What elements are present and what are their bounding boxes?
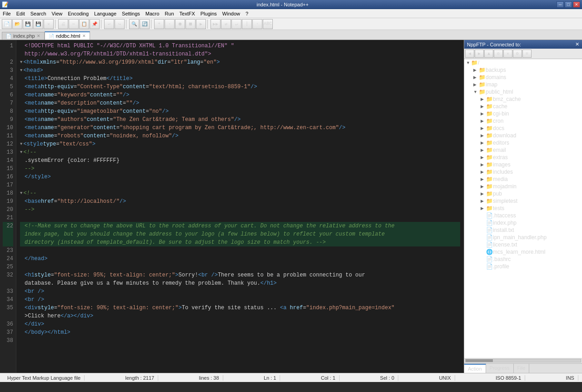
menu-search[interactable]: Search (28, 10, 49, 17)
maximize-button[interactable]: □ (565, 1, 572, 8)
tree-item-media[interactable]: ▶ 📁 media (464, 176, 582, 183)
tree-item-simpletest[interactable]: ▶ 📁 simpletest (464, 197, 582, 205)
tree-item-cron[interactable]: ▶ 📁 cron (464, 117, 582, 125)
tree-label: simpletest (493, 198, 517, 204)
indent-guide-button[interactable]: | (242, 19, 252, 29)
tree-item-download[interactable]: ▶ 📁 download (464, 132, 582, 139)
menu-settings[interactable]: Settings (119, 10, 143, 17)
folder-icon: 📁 (486, 103, 493, 110)
file-tree[interactable]: ▼ 📁 / ▶ 📁 backups ▶ 📁 domains ▶ 📁 imap ▼… (464, 59, 582, 358)
menu-textfx[interactable]: TextFX (177, 10, 198, 17)
file-icon: 📄 (486, 241, 493, 248)
print-button[interactable]: 🖨 (58, 19, 68, 29)
tree-item-install-txt[interactable]: 📄 install.txt (464, 226, 582, 234)
paste-button[interactable]: 📌 (90, 19, 100, 29)
tree-item-license-txt[interactable]: 📄 license.txt (464, 241, 582, 248)
tabbar: 📄 index.php ✕ 📄 nddbc.html ✕ (0, 30, 582, 40)
sidebar-reload-btn[interactable]: ⊙ (494, 50, 503, 58)
sidebar-menu-btn[interactable]: ≡ (522, 50, 532, 58)
editor-content[interactable]: 1234567891011121314151617181920212223242… (0, 40, 464, 373)
sidebar-back-btn[interactable]: ◀ (465, 50, 474, 58)
menu-run[interactable]: Run (162, 10, 176, 17)
spell-button[interactable]: ABC (263, 19, 273, 29)
code-area[interactable]: <!DOCTYPE html PUBLIC "-//W3C//DTD XHTML… (16, 40, 464, 373)
tree-item-includes[interactable]: ▶ 📁 includes (464, 168, 582, 176)
tab-index-php[interactable]: 📄 index.php ✕ (2, 32, 45, 40)
tab-close-php[interactable]: ✕ (37, 34, 40, 38)
close-button2[interactable]: ✕ (44, 19, 54, 29)
run-button[interactable]: ▶▶ (211, 19, 221, 29)
whitespace-button[interactable]: · (252, 19, 262, 29)
tree-item-images[interactable]: ▶ 📁 images (464, 161, 582, 168)
menu-help[interactable]: ? (243, 10, 251, 17)
menu-edit[interactable]: Edit (14, 10, 28, 17)
tree-item-mojadmin[interactable]: ▶ 📁 mojadmin (464, 183, 582, 190)
tree-arrow: ▶ (481, 111, 485, 116)
tree-item-imap[interactable]: ▶ 📁 imap (464, 81, 582, 88)
sidebar-tab-file[interactable]: File (514, 364, 530, 373)
save-button[interactable]: 💾 (23, 19, 33, 29)
tree-item-cache[interactable]: ▶ 📁 cache (464, 103, 582, 110)
length-label: length : 2117 (122, 375, 159, 381)
save-all-button[interactable]: 💾 (33, 19, 43, 29)
sidebar-tab-progress[interactable]: Progress (486, 364, 514, 373)
close-button[interactable]: ✕ (573, 1, 580, 8)
tree-item-bmz-cache[interactable]: ▶ 📁 bmz_cache (464, 95, 582, 103)
menu-language[interactable]: Language (91, 10, 119, 17)
zoom-out-button[interactable]: - (165, 19, 175, 29)
tree-item-domains[interactable]: ▶ 📁 domains (464, 74, 582, 81)
tree-arrow: ▶ (481, 97, 485, 101)
find-replace-button[interactable]: 🔄 (140, 19, 150, 29)
tree-item-index-php[interactable]: 📄 index.php (464, 219, 582, 226)
menu-view[interactable]: View (49, 10, 65, 17)
tree-label: email (493, 147, 506, 153)
undo-button[interactable]: ↩ (104, 19, 114, 29)
tree-item-email[interactable]: ▶ 📁 email (464, 146, 582, 154)
macro-play-button[interactable]: ▶ (196, 19, 206, 29)
tab-close-html[interactable]: ✕ (82, 34, 86, 38)
menu-plugins[interactable]: Plugins (198, 10, 220, 17)
sidebar-horizontal-scrollbar[interactable] (464, 358, 582, 363)
minimize-button[interactable]: ─ (557, 1, 564, 8)
tree-item-ipn-main-handler-php[interactable]: 📄 ipn_main_handler.php (464, 234, 582, 241)
sidebar-disconnect-btn[interactable]: ✕ (503, 50, 512, 58)
tree-label: mcs_learn_more.html (493, 249, 545, 255)
tree-item-tests[interactable]: ▶ 📁 tests (464, 205, 582, 212)
titlebar: 📝 index.html - Notepad++ ─ □ ✕ (0, 0, 582, 9)
tree-item-backups[interactable]: ▶ 📁 backups (464, 66, 582, 74)
cut-button[interactable]: ✂ (69, 19, 79, 29)
tree-root[interactable]: ▼ 📁 / (464, 59, 582, 66)
macro-stop-button[interactable]: ⏹ (186, 19, 196, 29)
scroll-thumb[interactable] (466, 359, 493, 362)
tree-item-mcs-learn-more-html[interactable]: 🌐 mcs_learn_more.html (464, 248, 582, 256)
tab-nddbc-html[interactable]: 📄 nddbc.html ✕ (45, 31, 90, 40)
sidebar-settings-btn[interactable]: ⚙ (513, 50, 522, 58)
menu-file[interactable]: File (0, 10, 14, 17)
tree-item-public-html[interactable]: ▼ 📁 public_html (464, 88, 582, 95)
menu-window[interactable]: Window (220, 10, 243, 17)
wordwrap-button[interactable]: ↵ (231, 19, 241, 29)
find-button[interactable]: 🔍 (129, 19, 139, 29)
tree-item-extras[interactable]: ▶ 📁 extras (464, 154, 582, 161)
open-button[interactable]: 📂 (12, 19, 22, 29)
tree-item-pub[interactable]: ▶ 📁 pub (464, 190, 582, 197)
tree-item--htaccess[interactable]: 📄 .htaccess (464, 212, 582, 219)
tree-item--profile[interactable]: 📄 .profile (464, 263, 582, 270)
sidebar-up-btn[interactable]: ▲ (484, 50, 493, 58)
macro-record-button[interactable]: ⏺ (175, 19, 185, 29)
menu-encoding[interactable]: Encoding (65, 10, 91, 17)
sidebar-close-icon[interactable]: ✕ (575, 41, 579, 47)
sync-button[interactable]: ⇄ (221, 19, 231, 29)
sidebar-tab-action[interactable]: Action (464, 364, 486, 373)
menu-macro[interactable]: Macro (143, 10, 162, 17)
redo-button[interactable]: ↪ (115, 19, 125, 29)
tree-item-docs[interactable]: ▶ 📁 docs (464, 125, 582, 132)
tree-item--bashrc[interactable]: 📄 .bashrc (464, 256, 582, 263)
scroll-track[interactable] (465, 359, 581, 362)
tree-item-cgi-bin[interactable]: ▶ 📁 cgi-bin (464, 110, 582, 117)
tree-item-editors[interactable]: ▶ 📁 editors (464, 139, 582, 146)
sidebar-forward-btn[interactable]: ▶ (475, 50, 484, 58)
zoom-in-button[interactable]: + (154, 19, 164, 29)
copy-button[interactable]: 📋 (79, 19, 89, 29)
new-button[interactable]: 📄 (2, 19, 12, 29)
